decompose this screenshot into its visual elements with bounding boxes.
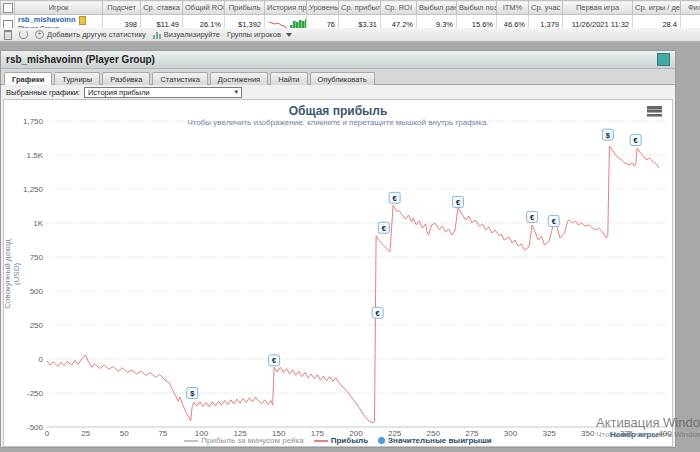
legend-label: Значительные выигрыши — [388, 436, 492, 445]
legend-item[interactable]: Прибыль за минусом рейка — [184, 436, 303, 445]
significant-win-marker[interactable]: € — [378, 222, 389, 233]
header-checkbox-cell[interactable] — [1, 1, 15, 15]
legend-line-icon — [184, 440, 198, 442]
column-header[interactable]: История прибы — [265, 1, 307, 15]
delete-icon[interactable] — [4, 30, 12, 40]
significant-win-marker[interactable]: € — [630, 135, 641, 146]
column-header[interactable]: Фильтр — [681, 1, 700, 15]
panel-header: rsb_mishavoinn (Player Group) — [1, 51, 675, 69]
tab-Турниры[interactable]: Турниры — [54, 72, 100, 85]
chart-subtitle: Чтобы увеличить изображение, кликните и … — [4, 118, 672, 127]
y-tick-label: 1K — [33, 219, 43, 228]
column-header[interactable]: Ср. учас — [529, 1, 563, 15]
y-tick-label: 0 — [39, 355, 44, 364]
tab-Достижения[interactable]: Достижения — [210, 72, 268, 85]
panel-title: rsb_mishavoinn (Player Group) — [6, 54, 155, 65]
column-header[interactable]: Выбыл позд — [457, 1, 497, 15]
legend-dot-icon — [378, 437, 385, 444]
graph-select-value: История прибыли — [88, 88, 150, 97]
panel-action-button[interactable] — [657, 53, 670, 66]
y-axis-title: Совокупный доход (USD) — [3, 234, 21, 314]
chart-title: Общая прибыль — [4, 104, 672, 118]
column-header[interactable]: Ср. игры / день — [633, 1, 681, 15]
significant-win-marker[interactable]: € — [389, 192, 400, 203]
graph-select[interactable]: История прибыли ▾ — [84, 87, 242, 98]
column-header[interactable]: Ср. прибыль — [339, 1, 381, 15]
tab-Разбивка[interactable]: Разбивка — [102, 72, 150, 85]
player-group-panel: rsb_mishavoinn (Player Group) ГрафикиТур… — [0, 50, 676, 448]
chevron-down-icon — [286, 33, 292, 37]
profit-line-series — [47, 146, 659, 423]
legend-item[interactable]: Значительные выигрыши — [378, 436, 492, 445]
player-groups-dropdown[interactable]: Группы игроков — [227, 30, 292, 39]
legend-label: Прибыль — [331, 436, 368, 445]
chart-menu-icon[interactable] — [647, 106, 662, 117]
tab-Найти[interactable]: Найти — [270, 72, 307, 85]
add-statistic-button[interactable]: + Добавить другую статистику — [35, 30, 146, 39]
table-header-row: ИгрокПодсчетСр. ставкаОбщий ROIПрибыльИс… — [1, 1, 700, 15]
add-statistic-label: Добавить другую статистику — [47, 30, 146, 39]
significant-win-marker[interactable]: $ — [187, 388, 198, 399]
significant-win-marker[interactable]: € — [372, 307, 383, 318]
legend-label: Прибыль за минусом рейка — [201, 436, 303, 445]
select-arrow-icon: ▾ — [234, 88, 238, 96]
significant-win-marker[interactable]: € — [452, 196, 463, 207]
legend-item[interactable]: Прибыль — [314, 436, 368, 445]
column-header[interactable]: Подсчет — [103, 1, 141, 15]
y-tick-label: 1.5K — [27, 151, 44, 160]
column-header[interactable]: Ср. ставка — [141, 1, 183, 15]
player-name-link[interactable]: rsb_mishavoinn — [18, 15, 76, 24]
tab-Графики[interactable]: Графики — [4, 72, 52, 85]
player-note-icon — [79, 16, 86, 25]
legend-line-icon — [314, 440, 328, 442]
column-header[interactable]: Первая игра — [563, 1, 633, 15]
significant-win-marker[interactable]: € — [269, 355, 280, 366]
visualize-button[interactable]: Визуализируйте — [153, 30, 220, 39]
toolbar: + Добавить другую статистику Визуализиру… — [0, 28, 700, 42]
significant-win-marker[interactable]: € — [548, 215, 559, 226]
column-header[interactable]: Общий ROI — [183, 1, 225, 15]
column-header[interactable]: Выбыл рано — [417, 1, 457, 15]
column-header[interactable]: Уровень — [307, 1, 339, 15]
y-tick-label: 250 — [30, 321, 44, 330]
select-all-checkbox[interactable] — [3, 3, 13, 13]
application-window: ИгрокПодсчетСр. ставкаОбщий ROIПрибыльИс… — [0, 0, 700, 452]
add-icon: + — [35, 30, 44, 39]
y-tick-label: 500 — [30, 287, 44, 296]
chart-icon — [153, 31, 161, 39]
selected-graphs-label: Выбранные графики: — [6, 88, 80, 97]
player-groups-label: Группы игроков — [227, 30, 281, 39]
column-header[interactable]: Прибыль — [225, 1, 265, 15]
y-tick-label: 1,250 — [23, 185, 44, 194]
significant-win-marker[interactable]: € — [527, 211, 538, 222]
tab-Статистика[interactable]: Статистика — [152, 72, 207, 85]
column-header[interactable]: Ср. ROI — [381, 1, 417, 15]
column-header[interactable]: Игрок — [15, 1, 103, 15]
profit-chart[interactable]: Общая прибыль Чтобы увеличить изображени… — [3, 99, 673, 447]
y-tick-label: -500 — [27, 423, 44, 432]
significant-win-marker[interactable]: $ — [602, 129, 613, 140]
graph-select-row: Выбранные графики: История прибыли ▾ — [1, 85, 675, 99]
tab-bar: ГрафикиТурнирыРазбивкаСтатистикаДостижен… — [1, 69, 675, 85]
visualize-label: Визуализируйте — [164, 30, 220, 39]
chart-canvas: -500-25002505007501K1,2501.5K1,750025507… — [4, 100, 674, 448]
column-header[interactable]: ITM% — [497, 1, 529, 15]
y-tick-label: -250 — [27, 389, 44, 398]
tab-Опубликовать[interactable]: Опубликовать — [310, 72, 375, 85]
chart-legend: Прибыль за минусом рейкаПрибыльЗначитель… — [4, 436, 672, 445]
y-tick-label: 750 — [30, 253, 44, 262]
refresh-icon[interactable] — [19, 30, 28, 39]
